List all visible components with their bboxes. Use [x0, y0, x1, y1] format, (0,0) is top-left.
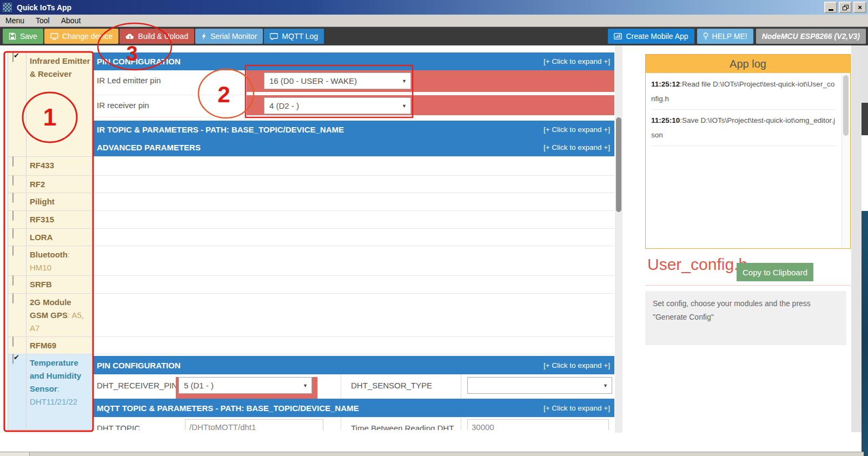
- rf2-checkbox[interactable]: ✔: [12, 175, 14, 186]
- main-scrollbar[interactable]: [615, 45, 622, 433]
- module-label: LORA: [30, 233, 53, 242]
- dht-sensor-type-select[interactable]: ▼: [467, 377, 612, 394]
- rfm69-checkbox[interactable]: ✔: [12, 336, 14, 347]
- dht-checkbox[interactable]: ✔: [12, 354, 14, 364]
- right-edge-strip: [862, 45, 868, 103]
- log-entry: 11:25:12:Read file D:\IOTs\Project\test-…: [651, 74, 836, 110]
- log-scrollbar-thumb[interactable]: [843, 75, 849, 136]
- dht-receiver-pin-select[interactable]: 5 (D1 - ) ▼: [178, 377, 312, 394]
- sidebar-item-infrared[interactable]: ✔ Infrared Emitter & Receiver: [8, 52, 92, 157]
- menu-item-menu[interactable]: Menu: [5, 16, 24, 27]
- sidebar-item-rf2[interactable]: ✔ RF2: [8, 176, 92, 193]
- ir-emitter-pin-select[interactable]: 16 (D0 - USER - WAKE) ▼: [264, 72, 411, 89]
- 2g-module-checkbox[interactable]: ✔: [12, 293, 14, 303]
- ir-emitter-cell: 16 (D0 - USER - WAKE) ▼: [247, 70, 614, 92]
- empty-row: [93, 156, 614, 176]
- main-scrollbar-thumb[interactable]: [616, 117, 621, 212]
- rf315-checkbox[interactable]: ✔: [12, 210, 14, 221]
- floppy-icon: [9, 32, 16, 40]
- ir-receiver-row: IR receiver pin 4 (D2 - ) ▼: [93, 95, 614, 117]
- bottom-scrollbar-thumb[interactable]: [0, 452, 30, 456]
- header-title: ADVANCED PARAMETERS: [97, 143, 201, 152]
- sidebar-item-dht[interactable]: ✔ Temperature and Humidity Sensor: DHT11…: [8, 354, 92, 430]
- save-button[interactable]: Save: [3, 29, 43, 44]
- check-icon: ✔: [14, 353, 19, 361]
- expand-toggle[interactable]: [+ Click to expand +]: [544, 57, 610, 65]
- dht-topic-label: DHT TOPIC: [93, 417, 176, 430]
- log-scrollbar[interactable]: [842, 74, 850, 248]
- app-icon: [3, 3, 12, 12]
- dht-topic-input[interactable]: [185, 419, 323, 430]
- rf433-checkbox[interactable]: ✔: [12, 156, 14, 167]
- bottom-scrollbar[interactable]: [0, 452, 864, 456]
- module-label: Infrared Emitter & Receiver: [30, 56, 90, 78]
- expand-toggle[interactable]: [+ Click to expand +]: [544, 361, 610, 369]
- app-log-title: App log: [646, 55, 850, 73]
- chevron-down-icon: ▼: [402, 98, 407, 114]
- app-window: Quick IoTs App × Menu Tool About Save Ch…: [0, 0, 868, 456]
- title-bar: Quick IoTs App ×: [0, 0, 868, 15]
- save-label: Save: [20, 32, 37, 41]
- sidebar-item-lora[interactable]: ✔ LORA: [8, 229, 92, 246]
- sidebar-item-rfm69[interactable]: ✔ RFM69: [8, 337, 92, 354]
- menu-bar: Menu Tool About: [0, 15, 868, 27]
- module-label: 2G Module GSM GPS: [30, 298, 71, 320]
- dht-pin-config-header[interactable]: PIN CONFIGURATION [+ Click to expand +]: [93, 356, 614, 374]
- sidebar-item-pilight[interactable]: ✔ Pilight: [8, 193, 92, 211]
- header-title: MQTT TOPIC & PARAMETERS - PATH: BASE_TOP…: [97, 404, 359, 413]
- restore-icon: [843, 5, 849, 10]
- dht-mqtt-topic-header[interactable]: MQTT TOPIC & PARAMETERS - PATH: BASE_TOP…: [93, 399, 614, 417]
- ir-topic-header[interactable]: IR TOPIC & PARAMETERS - PATH: BASE_TOPIC…: [93, 121, 614, 138]
- create-mobile-app-button[interactable]: Create Mobile App: [608, 29, 694, 44]
- dht-time-input[interactable]: [467, 419, 609, 430]
- right-edge-dark-block: [862, 103, 868, 135]
- ir-pin-config-header[interactable]: PIN CONFIGURATION [+ Click to expand +]: [93, 52, 614, 70]
- infrared-checkbox[interactable]: ✔: [12, 52, 14, 62]
- user-config-title: User_config.h: [647, 255, 747, 274]
- change-device-button[interactable]: Change device: [44, 29, 118, 44]
- log-timestamp: 11:25:12: [651, 80, 680, 88]
- close-button[interactable]: ×: [853, 2, 866, 13]
- minimize-icon: [829, 9, 833, 11]
- empty-row: [93, 337, 614, 354]
- empty-row: [93, 276, 614, 294]
- menu-item-tool[interactable]: Tool: [36, 16, 50, 27]
- restore-button[interactable]: [839, 2, 852, 13]
- menu-item-about[interactable]: About: [61, 16, 81, 27]
- sidebar-item-rf315[interactable]: ✔ RF315: [8, 211, 92, 229]
- module-label: Bluetooth: [30, 250, 68, 259]
- srfb-checkbox[interactable]: ✔: [12, 275, 14, 286]
- chevron-down-icon: ▼: [303, 378, 308, 394]
- module-label: RFM69: [30, 341, 56, 350]
- create-mobile-app-label: Create Mobile App: [626, 32, 688, 41]
- copy-to-clipboard-button[interactable]: Copy to Clipboard: [737, 263, 813, 281]
- dht-time-label: Time Between Reading DHT: [341, 417, 461, 430]
- sidebar-item-bluetooth[interactable]: ✔ Bluetooth: HM10: [8, 246, 92, 276]
- lightbulb-icon: [703, 32, 708, 40]
- window-scrollbar[interactable]: [851, 45, 862, 432]
- expand-toggle[interactable]: [+ Click to expand +]: [544, 125, 610, 134]
- empty-row: [93, 176, 614, 193]
- mqtt-log-button[interactable]: MQTT Log: [264, 29, 324, 44]
- cloud-upload-icon: [125, 33, 134, 40]
- mqtt-log-label: MQTT Log: [282, 32, 318, 41]
- minimize-button[interactable]: [824, 2, 837, 13]
- expand-toggle[interactable]: [+ Click to expand +]: [544, 404, 610, 412]
- module-label: RF315: [30, 215, 54, 224]
- monitor-icon: [50, 33, 58, 40]
- close-icon: ×: [858, 4, 862, 11]
- empty-row: [93, 246, 614, 276]
- sidebar-item-rf433[interactable]: ✔ RF433: [8, 157, 92, 176]
- pilight-checkbox[interactable]: ✔: [12, 193, 14, 203]
- sidebar-item-2g-module[interactable]: ✔ 2G Module GSM GPS: A5, A7: [8, 294, 92, 337]
- help-button[interactable]: HELP ME!: [697, 29, 753, 44]
- board-type-badge: NodeMCU ESP8266 (V2,V3): [756, 29, 866, 44]
- sidebar-item-srfb[interactable]: ✔ SRFB: [8, 276, 92, 294]
- serial-monitor-button[interactable]: Serial Monitor: [195, 29, 263, 44]
- lora-checkbox[interactable]: ✔: [12, 228, 14, 239]
- ir-receiver-pin-select[interactable]: 4 (D2 - ) ▼: [264, 97, 411, 114]
- expand-toggle[interactable]: [+ Click to expand +]: [544, 143, 610, 151]
- ir-advanced-header[interactable]: ADVANCED PARAMETERS [+ Click to expand +…: [93, 138, 614, 156]
- build-upload-button[interactable]: Build & Upload: [120, 29, 194, 44]
- bluetooth-checkbox[interactable]: ✔: [12, 246, 14, 256]
